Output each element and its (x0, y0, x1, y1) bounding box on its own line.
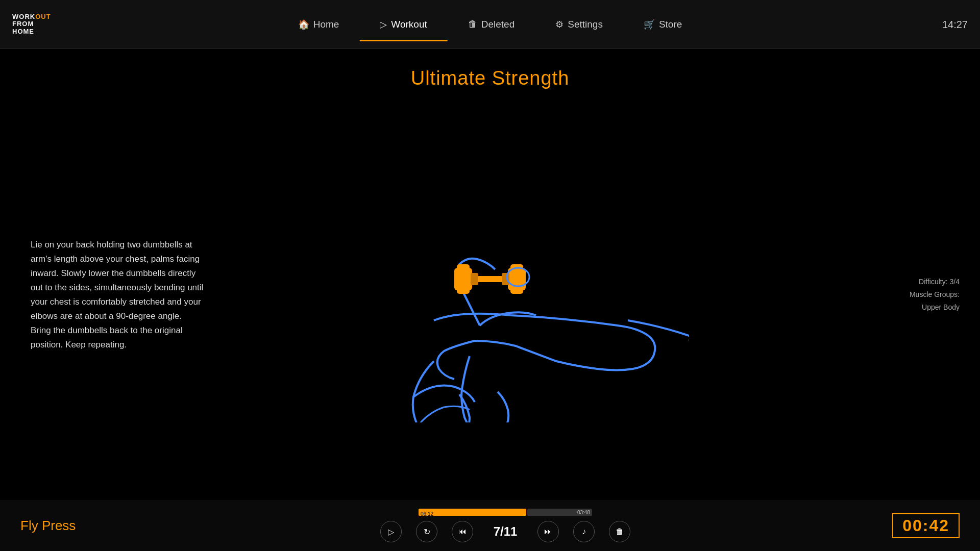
muscle-groups-value: Upper Body (910, 301, 960, 314)
prev-button[interactable]: ⏮ (452, 521, 473, 542)
exercise-description: Lie on your back holding two dumbbells a… (31, 237, 204, 352)
svg-rect-6 (471, 273, 478, 285)
gear-icon: ⚙ (555, 19, 564, 30)
difficulty-label: Difficulty: 3/4 (910, 276, 960, 288)
content-area: Lie on your back holding two dumbbells a… (0, 89, 980, 500)
nav-home-label: Home (313, 19, 339, 30)
cart-icon: 🛒 (644, 19, 655, 30)
main-content: Ultimate Strength Lie on your back holdi… (0, 49, 980, 500)
nav-settings[interactable]: ⚙ Settings (535, 15, 623, 34)
play-button[interactable]: ▷ (380, 521, 402, 542)
progress-bar[interactable]: 06:12 -03:48 (419, 509, 592, 516)
progress-remaining: -03:48 (527, 509, 592, 516)
side-info: Difficulty: 3/4 Muscle Groups: Upper Bod… (910, 276, 960, 314)
delete-button[interactable]: 🗑 (609, 521, 630, 542)
logo-text-1: WORK (12, 13, 35, 20)
logo-text-3: HOME (12, 28, 34, 35)
exercise-counter: 7/11 (487, 524, 523, 539)
exercise-illustration (332, 167, 689, 422)
nav-deleted-label: Deleted (481, 19, 515, 30)
music-button[interactable]: ♪ (573, 521, 595, 542)
muscle-groups-label: Muscle Groups: (910, 288, 960, 301)
home-icon: 🏠 (298, 19, 309, 30)
time-remaining: -03:48 (576, 510, 590, 515)
player-center: 06:12 -03:48 ▷ ↻ ⏮ 7/11 ⏭ ♪ 🗑 (153, 509, 857, 542)
timer-display: 00:42 (857, 513, 960, 538)
app-logo: WORKOUT FROM HOME (12, 13, 58, 35)
nav-store-label: Store (659, 19, 682, 30)
play-icon: ▷ (380, 19, 387, 30)
trash-icon: 🗑 (468, 19, 477, 30)
clock-display: 14:27 (942, 18, 968, 30)
player-footer: Fly Press 06:12 -03:48 ▷ ↻ ⏮ 7/11 ⏭ ♪ 🗑 … (0, 500, 980, 551)
nav-workout[interactable]: ▷ Workout (359, 15, 447, 34)
logo-text-out: OUT (35, 13, 51, 20)
time-elapsed: 06:12 (419, 511, 433, 517)
workout-title: Ultimate Strength (411, 67, 570, 89)
nav-deleted[interactable]: 🗑 Deleted (448, 15, 535, 34)
timer-box: 00:42 (892, 513, 960, 538)
nav-workout-label: Workout (391, 19, 427, 30)
nav-home[interactable]: 🏠 Home (278, 15, 360, 34)
next-button[interactable]: ⏭ (537, 521, 559, 542)
svg-rect-3 (457, 264, 470, 294)
main-nav: 🏠 Home ▷ Workout 🗑 Deleted ⚙ Settings 🛒 … (278, 15, 703, 34)
exercise-name: Fly Press (20, 518, 153, 534)
header: WORKOUT FROM HOME 🏠 Home ▷ Workout 🗑 Del… (0, 0, 980, 49)
nav-settings-label: Settings (568, 19, 603, 30)
svg-rect-7 (502, 273, 509, 285)
loop-button[interactable]: ↻ (416, 521, 437, 542)
logo-text-2: FROM (12, 20, 34, 28)
player-controls: ▷ ↻ ⏮ 7/11 ⏭ ♪ 🗑 (380, 521, 630, 542)
nav-store[interactable]: 🛒 Store (623, 15, 702, 34)
progress-filled: 06:12 (419, 509, 526, 516)
